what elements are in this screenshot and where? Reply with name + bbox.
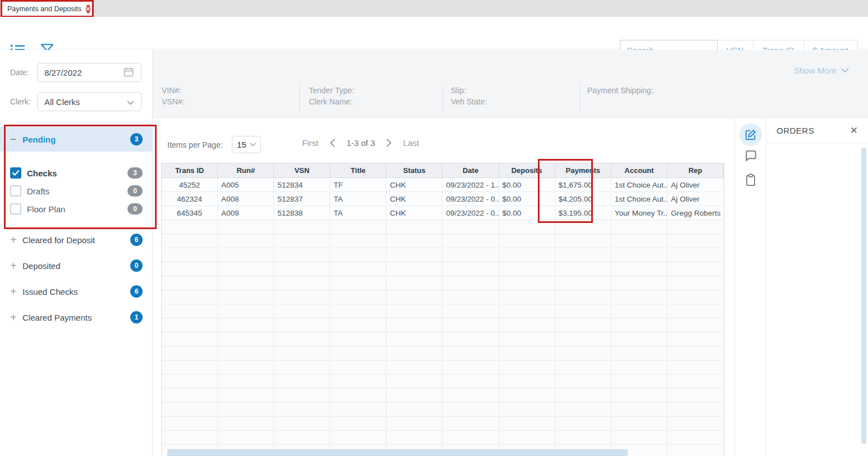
table-row-empty (162, 431, 724, 445)
col-header-deposits[interactable]: Deposits (499, 163, 555, 177)
clerk-name-label: Clerk Name: (309, 96, 354, 107)
expand-plus-icon[interactable]: + (10, 285, 22, 298)
col-header-payments[interactable]: Payments (555, 163, 611, 177)
sidebar-section-pending[interactable]: − Pending 3 (0, 127, 153, 152)
cell-rep: Aj Oliver (668, 178, 724, 191)
sidebar-section-issued-checks[interactable]: + Issued Checks 6 (0, 279, 153, 304)
sidebar-section-cleared-for-deposit[interactable]: + Cleared for Deposit 6 (0, 227, 153, 253)
col-header-account[interactable]: Account (611, 163, 668, 177)
table-row[interactable]: 645345 A009 512838 TA CHK 09/23/2022 - 0… (162, 206, 724, 220)
col-header-run[interactable]: Run# (218, 163, 274, 177)
cell-status: CHK (386, 192, 442, 206)
comments-button[interactable] (744, 149, 757, 162)
items-per-page-select[interactable]: 15 (232, 136, 261, 153)
table-row-empty (162, 361, 724, 375)
drafts-checkbox[interactable] (10, 185, 21, 197)
col-header-date[interactable]: Date (442, 163, 499, 177)
pagination-range-label: 1-3 of 3 (346, 138, 375, 148)
table-row-empty (162, 304, 724, 318)
table-row-empty (162, 389, 724, 403)
chevron-down-icon (841, 68, 849, 73)
cell-status: CHK (386, 206, 442, 220)
pagination-first-button[interactable]: First (302, 138, 318, 148)
pagination-last-button[interactable]: Last (403, 138, 419, 148)
cleared-for-deposit-label: Cleared for Deposit (22, 235, 130, 245)
table-row-empty (162, 346, 724, 361)
vin-label: VIN#: (162, 85, 184, 96)
table-row[interactable]: 45252 A005 512834 TF CHK 09/23/2022 - 1.… (162, 178, 724, 192)
table-row-empty (162, 290, 724, 304)
checks-checkbox[interactable] (10, 167, 21, 179)
pagination-prev-icon[interactable] (330, 139, 335, 147)
vertical-scrollbar-thumb[interactable] (861, 148, 866, 444)
clerk-select[interactable]: All Clerks (37, 92, 141, 111)
collapse-minus-icon[interactable]: − (10, 134, 22, 145)
sidebar-item-drafts[interactable]: Drafts 0 (0, 184, 153, 198)
cell-vsn: 512834 (274, 178, 330, 191)
details-col-vehicle: VIN#: VSN#: (162, 85, 184, 107)
right-icon-rail (734, 118, 766, 456)
deposited-label: Deposited (22, 261, 130, 271)
sidebar-item-floor-plan[interactable]: Floor Plan 0 (0, 202, 153, 216)
cell-date: 09/23/2022 - 0... (442, 206, 499, 220)
floor-plan-label: Floor Plan (27, 204, 127, 214)
cell-trans-id: 45252 (162, 178, 218, 191)
chevron-down-icon (250, 143, 256, 147)
items-per-page-label: Items per Page: (167, 140, 223, 149)
sidebar-section-cleared-payments[interactable]: + Cleared Payments 1 (0, 304, 153, 330)
clerk-label: Clerk: (0, 97, 37, 106)
table-row-empty (162, 332, 724, 346)
cell-payments: $1,675.00 (555, 178, 611, 191)
details-col-slip: Slip: Veh State: (451, 85, 487, 107)
pagination-next-icon[interactable] (386, 139, 392, 147)
expand-plus-icon[interactable]: + (10, 234, 22, 247)
show-more-link[interactable]: Show More (794, 66, 849, 75)
sidebar-section-deposited[interactable]: + Deposited 0 (0, 253, 153, 279)
date-input[interactable]: 8/27/2022 (37, 63, 141, 82)
edit-order-button[interactable] (739, 124, 762, 146)
orders-panel-header: ORDERS ✕ (766, 118, 868, 143)
horizontal-scrollbar-thumb[interactable] (167, 449, 628, 456)
cell-run: A005 (218, 178, 274, 191)
issued-checks-label: Issued Checks (22, 287, 130, 297)
orders-panel-title: ORDERS (776, 126, 850, 135)
col-header-status[interactable]: Status (386, 163, 442, 177)
orders-close-icon[interactable]: ✕ (850, 125, 858, 136)
cell-trans-id: 462324 (162, 192, 218, 206)
col-header-vsn[interactable]: VSN (274, 163, 330, 177)
cell-title: TA (330, 206, 386, 220)
results-area: Items per Page: 15 First 1-3 of 3 Last T… (153, 118, 734, 456)
cell-rep: Gregg Roberts (668, 206, 724, 220)
expand-plus-icon[interactable]: + (10, 259, 22, 272)
tab-close-icon[interactable]: ✕ (86, 4, 90, 13)
floor-plan-count-badge: 0 (127, 203, 143, 215)
table-row-empty (162, 375, 724, 389)
clipboard-button[interactable] (744, 174, 756, 186)
pending-count-badge: 3 (130, 133, 143, 145)
tab-bar: Payments and Deposits ✕ (0, 0, 868, 17)
checks-count-badge: 3 (127, 167, 143, 179)
cell-title: TF (330, 178, 386, 191)
table-row[interactable]: 462324 A008 512837 TA CHK 09/23/2022 - 0… (162, 192, 724, 206)
details-col-tender: Tender Type: Clerk Name: (309, 85, 354, 107)
edit-icon (744, 129, 757, 141)
cell-account: Your Money Tr... (611, 206, 668, 220)
table-row-empty (162, 417, 724, 431)
table-row-empty (162, 262, 724, 276)
drafts-label: Drafts (27, 186, 127, 196)
expand-plus-icon[interactable]: + (10, 311, 22, 324)
table-row-empty (162, 248, 724, 262)
tab-payments-and-deposits[interactable]: Payments and Deposits ✕ (2, 1, 92, 17)
date-value: 8/27/2022 (44, 68, 123, 77)
floor-plan-checkbox[interactable] (10, 203, 21, 215)
drafts-count-badge: 0 (127, 185, 143, 197)
sidebar-item-checks[interactable]: Checks 3 (0, 166, 153, 180)
col-header-title[interactable]: Title (330, 163, 386, 177)
calendar-icon[interactable] (123, 66, 134, 79)
record-details-panel: Show More VIN#: VSN#: Tender Type: Clerk… (153, 50, 868, 118)
items-per-page-value: 15 (237, 140, 246, 149)
veh-state-label: Veh State: (451, 96, 487, 107)
col-header-trans-id[interactable]: Trans ID (162, 163, 218, 177)
col-header-rep[interactable]: Rep (668, 163, 724, 177)
divider (299, 86, 300, 111)
